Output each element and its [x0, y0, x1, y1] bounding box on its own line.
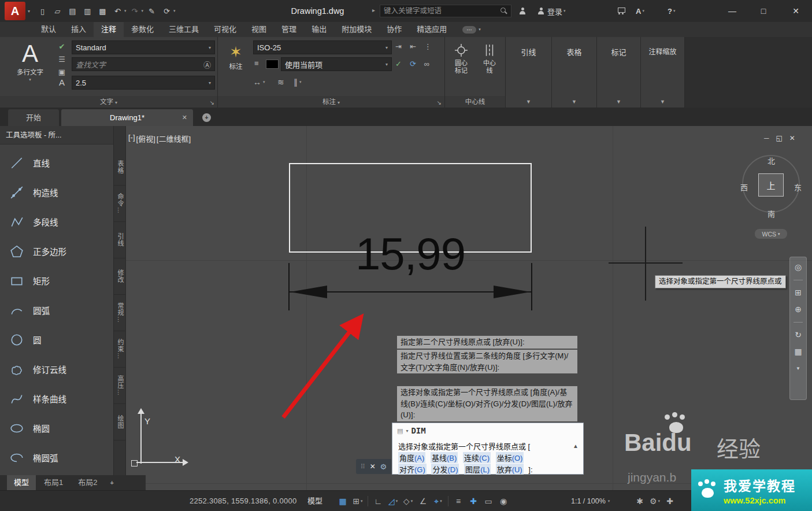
tab-collaborate[interactable]: 协作 [379, 22, 409, 37]
palette-item-ellipse[interactable]: 椭圆 [0, 413, 113, 443]
palette-group-tab[interactable]: 绘图 [114, 404, 126, 440]
baseline-dim-button[interactable]: ∥ ▾ [294, 77, 302, 87]
pan-icon[interactable]: ⊞ [795, 288, 802, 297]
viewcube-east[interactable]: 东 [794, 182, 802, 192]
palette-group-tab[interactable]: 常规… [114, 295, 126, 331]
panel-text-launcher-icon[interactable]: ↘ [210, 99, 214, 106]
palette-item-arc[interactable]: 圆弧 [0, 295, 113, 325]
logo-chevron-down-icon[interactable]: ▾ [28, 9, 30, 14]
quick-dim-button[interactable]: ≋ [277, 77, 284, 87]
viewcube-wcs-menu[interactable]: WCS ▾ [755, 229, 787, 239]
viewport-view-control[interactable]: [俯视] [136, 133, 155, 144]
dim-update-icon[interactable]: ⟳ [410, 60, 416, 68]
command-window[interactable]: ▤ ▾ DIM 选择对象或指定第一个尺寸界线原点或 [ ▲ 角度(A) 基线(B… [392, 423, 584, 475]
dim-infinity-icon[interactable]: ∞ [424, 60, 429, 68]
steering-wheel-icon[interactable]: ◎ [795, 263, 802, 272]
command-window-grip-bar[interactable]: ⠿ ✕ ⚙ [356, 459, 391, 474]
dim-check-icon[interactable]: ✓ [395, 60, 402, 68]
centerline-button[interactable]: 中心线 [477, 43, 502, 75]
help-button[interactable]: ? ▾ [668, 0, 675, 22]
tab-view[interactable]: 视图 [244, 22, 274, 37]
option-angle[interactable]: 角度(A) [398, 452, 425, 463]
tab-parametric[interactable]: 参数化 [124, 22, 161, 37]
spellcheck-icon[interactable]: ✔ [59, 43, 65, 51]
tab-featured-apps[interactable]: 精选应用 [409, 22, 454, 37]
panel-table[interactable]: 表格 ▼ [552, 37, 597, 108]
tab-close-icon[interactable]: ✕ [182, 109, 187, 126]
isodraft-toggle[interactable]: ◇▾ [401, 491, 416, 511]
new-layout-icon[interactable]: + [110, 479, 113, 486]
panel-markup[interactable]: 标记 ▼ [597, 37, 641, 108]
palette-group-tab[interactable]: 约束… [114, 331, 126, 368]
add-status-icon[interactable]: ✚ [662, 491, 677, 511]
minimize-button[interactable]: — [718, 0, 747, 22]
palette-group-tab[interactable]: 命令… [114, 186, 126, 222]
palette-group-tab[interactable]: 修改 [114, 258, 126, 295]
panel-dimension-footer[interactable]: 标注▾ [218, 96, 444, 108]
palette-item-circle[interactable]: 圆 [0, 325, 113, 354]
palette-item-ellipse-arc[interactable]: 椭圆弧 [0, 443, 113, 472]
orbit-icon[interactable]: ↻ [795, 331, 802, 339]
tab-home[interactable]: 默认 [34, 22, 64, 37]
close-icon[interactable]: ✕ [370, 462, 376, 471]
option-baseline[interactable]: 基线(B) [431, 452, 458, 463]
polar-toggle[interactable]: ◿▾ [385, 491, 401, 511]
tab-visualize[interactable]: 可视化 [206, 22, 244, 37]
ortho-toggle[interactable]: ∟ [370, 491, 385, 511]
palette-item-polyline[interactable]: 多段线 [0, 207, 113, 236]
tab-insert[interactable]: 插入 [64, 22, 94, 37]
annotation-visibility-toggle[interactable]: ✱ [632, 491, 647, 511]
ribbon-options-button[interactable]: ⋯ ▾ [462, 22, 481, 37]
dim-style-combo[interactable]: ISO-25 ▾ [253, 40, 392, 54]
option-continue[interactable]: 连续(C) [463, 452, 491, 463]
redo-chevron-icon[interactable]: ▾ [142, 9, 144, 13]
quick-properties-toggle[interactable]: ▭ [481, 491, 496, 511]
option-layer[interactable]: 图层(L) [464, 464, 491, 475]
zoom-icon[interactable]: ⊕ [795, 305, 802, 314]
mtext-button[interactable]: A 多行文字 ▾ [8, 40, 52, 82]
dim-adjust-icon[interactable]: ⇤ [410, 43, 416, 51]
palette-group-tab[interactable]: 引线 [114, 222, 126, 258]
palette-item-polygon[interactable]: 正多边形 [0, 236, 113, 266]
dim-layer-combo[interactable]: 使用当前项 ▾ [281, 57, 392, 71]
show-motion-icon[interactable]: ▦ [794, 347, 802, 356]
close-button[interactable]: ✕ [781, 0, 810, 22]
panel-dimension-launcher-icon[interactable]: ↘ [437, 99, 442, 106]
palette-item-spline[interactable]: 样条曲线 [0, 384, 113, 413]
recent-commands-icon[interactable]: ▲ [573, 443, 579, 449]
wrench-icon[interactable]: ⚙ [380, 462, 387, 471]
palette-header[interactable]: 工具选项板 - 所... [0, 126, 113, 145]
annotation-scale-button[interactable]: 1:1 / 100% ▾ [571, 491, 610, 511]
palette-item-rectangle[interactable]: 矩形 [0, 266, 113, 295]
tab-annotate[interactable]: 注释 [94, 22, 124, 37]
qat-customize-chevron-icon[interactable]: ▾ [173, 9, 176, 13]
palette-item-revcloud[interactable]: 修订云线 [0, 354, 113, 384]
grip-dots-icon[interactable]: ⠿ [361, 463, 365, 471]
panel-annotation-scaling[interactable]: 注释缩放 ▼ [641, 37, 685, 108]
signin-button[interactable]: 登录 ▾ [537, 0, 566, 22]
option-ordinate[interactable]: 坐标(O) [496, 452, 524, 463]
osnap-toggle[interactable]: ⌖▾ [431, 491, 446, 511]
save-as-icon[interactable]: ▥ [81, 7, 94, 16]
tab-output[interactable]: 输出 [304, 22, 334, 37]
maximize-button[interactable]: □ [749, 0, 778, 22]
doc-close-icon[interactable]: ✕ [789, 134, 795, 142]
search-input[interactable] [384, 7, 497, 15]
annotation-monitor-toggle[interactable]: ◉ [496, 491, 511, 511]
viewcube-south[interactable]: 南 [767, 208, 775, 219]
snap-toggle[interactable]: ⊞▾ [350, 491, 365, 511]
save-icon[interactable]: ▤ [66, 7, 79, 16]
palette-group-tab[interactable]: 高压… [114, 368, 126, 404]
text-justify-icon[interactable]: ☰ [58, 55, 65, 64]
tab-drawing1[interactable]: Drawing1* ✕ [61, 109, 193, 126]
new-file-icon[interactable]: ▯ [36, 7, 49, 16]
chevron-down-icon[interactable]: ▾ [406, 428, 408, 434]
dimension-button[interactable]: ✶ 标注 [221, 43, 250, 71]
undo-chevron-icon[interactable]: ▾ [124, 9, 127, 13]
tab-layout1[interactable]: 布局1 [37, 475, 70, 490]
panel-leader[interactable]: 引线 ▼ [506, 37, 552, 108]
model-space-button[interactable]: 模型 [307, 491, 322, 511]
dim-color-swatch[interactable] [266, 60, 279, 69]
lineweight-toggle[interactable]: ≡ [451, 491, 466, 511]
text-height-combo[interactable]: 2.5 ▾ [72, 76, 215, 90]
